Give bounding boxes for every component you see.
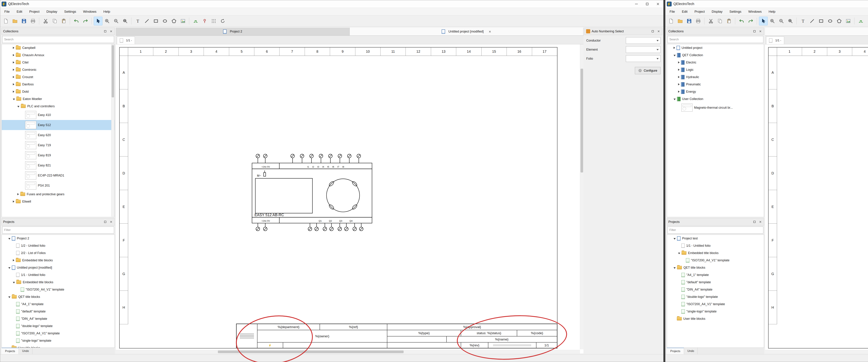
tree-item[interactable]: Eliwell	[2, 198, 115, 205]
expand-arrow-icon[interactable]	[13, 259, 14, 261]
project-tab[interactable]: Project 2	[116, 28, 350, 35]
project-tab[interactable]: Untitled project [modified]	[350, 28, 584, 35]
tree-item[interactable]: PS4 201	[2, 180, 115, 191]
tree-item[interactable]: "single-logo" template	[2, 337, 115, 344]
tree-item[interactable]: Untitled project [modified]	[2, 264, 115, 271]
tree-item[interactable]: PLC and controllers	[2, 103, 115, 110]
expand-arrow-icon[interactable]	[13, 61, 14, 63]
expand-arrow-icon[interactable]	[678, 91, 680, 93]
add-polygon-button[interactable]	[169, 17, 178, 25]
undo-button[interactable]	[72, 17, 81, 25]
horizontal-scrollbar[interactable]	[116, 350, 580, 354]
tree-item[interactable]: Easy 620	[2, 130, 115, 140]
tree-item[interactable]: Citel	[2, 59, 115, 66]
tree-item[interactable]: Logic	[667, 66, 764, 73]
tree-item[interactable]: "double-logo" template	[2, 322, 115, 330]
tree-item[interactable]: Magneto-thermal circuit br...	[667, 103, 764, 113]
zoom-fit-button[interactable]	[786, 17, 795, 25]
redo-button[interactable]	[746, 17, 755, 25]
grid-button[interactable]	[209, 17, 218, 25]
title-bar[interactable]: QElectroTech	[0, 0, 663, 8]
tree-item[interactable]: 1/1 - Untitled folio	[667, 242, 764, 249]
close-panel-icon[interactable]	[656, 29, 661, 33]
redo-button[interactable]	[81, 17, 90, 25]
menu-item[interactable]: Project	[691, 8, 708, 15]
tree-item[interactable]: "double-logo" template	[667, 293, 764, 301]
conductor-button[interactable]	[857, 17, 865, 25]
tree-item[interactable]: User title blocks	[667, 315, 764, 322]
vertical-scrollbar[interactable]	[580, 44, 584, 349]
add-rectangle-button[interactable]	[817, 17, 826, 25]
tree-item[interactable]: Easy 410	[2, 110, 115, 120]
tree-item[interactable]: Untitled project	[667, 44, 764, 52]
collections-search-input[interactable]	[2, 36, 114, 43]
tree-item[interactable]: "default" template	[2, 308, 115, 315]
zoom-fit-button[interactable]	[121, 17, 129, 25]
expand-arrow-icon[interactable]	[18, 106, 20, 107]
tree-item[interactable]: Eaton Moeller	[2, 95, 115, 103]
tree-item[interactable]: Easy 719	[2, 140, 115, 150]
add-polygon-button[interactable]	[835, 17, 843, 25]
expand-arrow-icon[interactable]	[678, 76, 680, 78]
folio-tab[interactable]: 1/1 -	[117, 36, 135, 44]
tree-item[interactable]: Danfoss	[2, 81, 115, 88]
copy-button[interactable]	[716, 17, 724, 25]
tree-item[interactable]: Embedded title blocks	[2, 279, 115, 286]
tree-item[interactable]: "single-logo" template	[667, 308, 764, 315]
maximize-button[interactable]	[642, 0, 653, 8]
tree-item[interactable]: "ISO7200_A4_V1" template	[2, 330, 115, 337]
menu-item[interactable]: Help	[765, 8, 779, 15]
numbering-combobox[interactable]	[626, 46, 660, 53]
expand-arrow-icon[interactable]	[678, 83, 680, 85]
print-button[interactable]	[29, 17, 37, 25]
tree-item[interactable]: Easy 819	[2, 150, 115, 160]
menu-item[interactable]: File	[1, 8, 13, 15]
expand-arrow-icon[interactable]	[674, 47, 675, 49]
expand-arrow-icon[interactable]	[13, 91, 14, 93]
tree-item[interactable]: QET title blocks	[2, 293, 115, 301]
expand-arrow-icon[interactable]	[674, 267, 676, 269]
expand-arrow-icon[interactable]	[13, 83, 14, 85]
horizontal-scrollbar[interactable]	[765, 350, 868, 354]
select-pointer-button[interactable]	[94, 17, 102, 25]
menu-item[interactable]: Edit	[678, 8, 691, 15]
open-file-button[interactable]	[10, 17, 19, 25]
add-image-button[interactable]	[179, 17, 187, 25]
tree-item[interactable]: Fuses and protective gears	[2, 191, 115, 198]
tree-item[interactable]: Crouzet	[2, 73, 115, 81]
collections-search-input[interactable]	[668, 36, 763, 43]
tree-item[interactable]: Hydraulic	[667, 73, 764, 81]
undo-button[interactable]	[737, 17, 746, 25]
tree-item[interactable]: Comtronic	[2, 66, 115, 73]
minimize-button[interactable]	[631, 0, 642, 8]
dock-tab[interactable]: Undo	[684, 348, 698, 354]
dock-tab[interactable]: Projects	[2, 348, 19, 354]
tree-item[interactable]: Project test	[667, 235, 764, 242]
float-panel-icon[interactable]	[103, 220, 107, 224]
tree-item[interactable]: "A4_1" template	[667, 271, 764, 279]
terminal-button[interactable]	[200, 17, 209, 25]
easy512-element[interactable]: +24v 0V I1 I2 I3 I4 I5 I6 I7 I8 M~ EASY …	[251, 152, 375, 243]
expand-arrow-icon[interactable]	[678, 253, 680, 254]
expand-arrow-icon[interactable]	[13, 69, 14, 71]
expand-arrow-icon[interactable]	[674, 238, 676, 240]
menu-item[interactable]: Settings	[726, 8, 745, 15]
open-file-button[interactable]	[676, 17, 684, 25]
title-bar[interactable]: QElectroTech	[665, 0, 868, 8]
tree-item[interactable]: 2/2 - List of Folios	[2, 249, 115, 257]
expand-arrow-icon[interactable]	[674, 55, 676, 56]
tree-item[interactable]: "ISO7200_A4_V1" template	[667, 301, 764, 308]
add-ellipse-button[interactable]	[161, 17, 169, 25]
expand-arrow-icon[interactable]	[8, 297, 10, 298]
add-image-button[interactable]	[844, 17, 852, 25]
tree-item[interactable]: "A4_1" template	[2, 301, 115, 308]
save-file-button[interactable]	[685, 17, 693, 25]
tree-item[interactable]: Embedded title blocks	[2, 257, 115, 264]
float-panel-icon[interactable]	[651, 29, 655, 33]
tree-item[interactable]: EC4P-222-MRAD1	[2, 170, 115, 180]
tree-item[interactable]: Embedded title blocks	[667, 249, 764, 257]
close-panel-icon[interactable]	[109, 29, 113, 33]
add-text-button[interactable]	[799, 17, 807, 25]
add-ellipse-button[interactable]	[826, 17, 835, 25]
expand-arrow-icon[interactable]	[13, 99, 15, 100]
